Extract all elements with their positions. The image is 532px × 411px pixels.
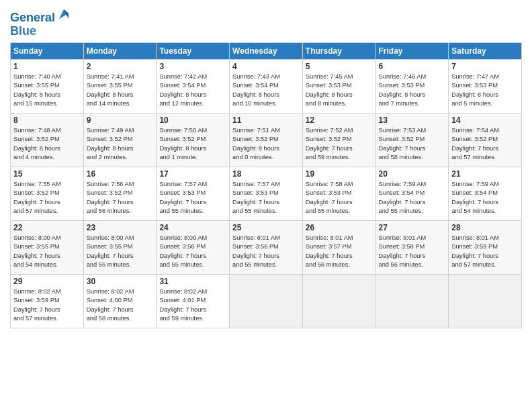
day-number: 15 bbox=[13, 169, 81, 179]
day-number: 25 bbox=[232, 223, 300, 232]
day-cell: 27Sunrise: 8:01 AMSunset: 3:58 PMDayligh… bbox=[375, 220, 449, 274]
day-info: Sunrise: 7:55 AMSunset: 3:52 PMDaylight:… bbox=[13, 180, 81, 216]
day-cell: 16Sunrise: 7:56 AMSunset: 3:52 PMDayligh… bbox=[83, 167, 157, 220]
day-info: Sunrise: 7:53 AMSunset: 3:52 PMDaylight:… bbox=[379, 126, 446, 163]
day-cell: 5Sunrise: 7:45 AMSunset: 3:53 PMDaylight… bbox=[302, 59, 375, 113]
weekday-header-friday: Friday bbox=[375, 42, 449, 59]
day-number: 18 bbox=[232, 169, 300, 179]
day-number: 26 bbox=[306, 223, 373, 232]
weekday-header-wednesday: Wednesday bbox=[230, 42, 303, 59]
day-cell: 18Sunrise: 7:57 AMSunset: 3:53 PMDayligh… bbox=[230, 167, 303, 220]
day-cell: 20Sunrise: 7:59 AMSunset: 3:54 PMDayligh… bbox=[375, 167, 449, 220]
day-cell: 8Sunrise: 7:48 AMSunset: 3:52 PMDaylight… bbox=[11, 113, 84, 167]
day-info: Sunrise: 8:02 AMSunset: 4:00 PMDaylight:… bbox=[87, 287, 154, 324]
day-number: 30 bbox=[87, 277, 154, 286]
day-cell: 12Sunrise: 7:52 AMSunset: 3:52 PMDayligh… bbox=[302, 113, 375, 167]
day-number: 27 bbox=[379, 223, 446, 232]
weekday-header-monday: Monday bbox=[83, 42, 157, 59]
weekday-header-tuesday: Tuesday bbox=[157, 42, 230, 59]
weekday-header-saturday: Saturday bbox=[449, 42, 522, 59]
day-info: Sunrise: 7:59 AMSunset: 3:54 PMDaylight:… bbox=[451, 180, 519, 216]
day-info: Sunrise: 7:43 AMSunset: 3:54 PMDaylight:… bbox=[232, 73, 300, 109]
logo-icon bbox=[56, 7, 71, 21]
day-cell: 9Sunrise: 7:49 AMSunset: 3:52 PMDaylight… bbox=[83, 113, 157, 167]
day-cell: 23Sunrise: 8:00 AMSunset: 3:55 PMDayligh… bbox=[83, 220, 157, 274]
day-info: Sunrise: 7:56 AMSunset: 3:52 PMDaylight:… bbox=[87, 180, 154, 216]
day-cell: 1Sunrise: 7:40 AMSunset: 3:55 PMDaylight… bbox=[11, 59, 84, 113]
day-number: 16 bbox=[87, 169, 154, 179]
day-cell: 31Sunrise: 8:02 AMSunset: 4:01 PMDayligh… bbox=[157, 274, 230, 328]
calendar: SundayMondayTuesdayWednesdayThursdayFrid… bbox=[10, 42, 522, 328]
day-number: 3 bbox=[159, 62, 226, 71]
day-number: 5 bbox=[306, 62, 373, 71]
day-cell: 4Sunrise: 7:43 AMSunset: 3:54 PMDaylight… bbox=[230, 59, 303, 113]
day-info: Sunrise: 7:51 AMSunset: 3:52 PMDaylight:… bbox=[232, 126, 300, 163]
day-cell: 7Sunrise: 7:47 AMSunset: 3:53 PMDaylight… bbox=[449, 59, 522, 113]
day-info: Sunrise: 8:02 AMSunset: 4:01 PMDaylight:… bbox=[159, 287, 226, 324]
day-cell: 3Sunrise: 7:42 AMSunset: 3:54 PMDaylight… bbox=[157, 59, 230, 113]
day-info: Sunrise: 8:02 AMSunset: 3:59 PMDaylight:… bbox=[13, 287, 81, 324]
day-info: Sunrise: 7:59 AMSunset: 3:54 PMDaylight:… bbox=[379, 180, 446, 216]
day-info: Sunrise: 7:54 AMSunset: 3:52 PMDaylight:… bbox=[451, 126, 519, 163]
day-info: Sunrise: 7:48 AMSunset: 3:52 PMDaylight:… bbox=[13, 126, 81, 163]
day-number: 1 bbox=[13, 62, 81, 71]
day-number: 2 bbox=[87, 62, 154, 71]
day-cell: 14Sunrise: 7:54 AMSunset: 3:52 PMDayligh… bbox=[449, 113, 522, 167]
day-cell: 28Sunrise: 8:01 AMSunset: 3:59 PMDayligh… bbox=[449, 220, 522, 274]
day-cell: 24Sunrise: 8:00 AMSunset: 3:56 PMDayligh… bbox=[157, 220, 230, 274]
day-info: Sunrise: 8:00 AMSunset: 3:55 PMDaylight:… bbox=[87, 234, 154, 270]
day-number: 4 bbox=[232, 62, 300, 71]
day-cell: 19Sunrise: 7:58 AMSunset: 3:53 PMDayligh… bbox=[302, 167, 375, 220]
weekday-header-row: SundayMondayTuesdayWednesdayThursdayFrid… bbox=[11, 42, 522, 59]
day-info: Sunrise: 7:46 AMSunset: 3:53 PMDaylight:… bbox=[379, 73, 446, 109]
day-number: 11 bbox=[232, 116, 300, 125]
day-info: Sunrise: 8:01 AMSunset: 3:58 PMDaylight:… bbox=[379, 234, 446, 270]
day-info: Sunrise: 7:45 AMSunset: 3:53 PMDaylight:… bbox=[306, 73, 373, 109]
day-number: 29 bbox=[13, 277, 81, 286]
day-cell: 2Sunrise: 7:41 AMSunset: 3:55 PMDaylight… bbox=[83, 59, 157, 113]
day-info: Sunrise: 7:50 AMSunset: 3:52 PMDaylight:… bbox=[159, 126, 226, 163]
day-cell bbox=[302, 274, 375, 328]
day-number: 7 bbox=[451, 62, 519, 71]
day-info: Sunrise: 7:57 AMSunset: 3:53 PMDaylight:… bbox=[159, 180, 226, 216]
header: GeneralBlue bbox=[10, 7, 522, 38]
day-number: 19 bbox=[306, 169, 373, 179]
day-number: 17 bbox=[159, 169, 226, 179]
day-number: 23 bbox=[87, 223, 154, 232]
day-number: 20 bbox=[379, 169, 446, 179]
day-cell: 25Sunrise: 8:01 AMSunset: 3:56 PMDayligh… bbox=[230, 220, 303, 274]
weekday-header-sunday: Sunday bbox=[11, 42, 84, 59]
day-info: Sunrise: 8:01 AMSunset: 3:56 PMDaylight:… bbox=[232, 234, 300, 270]
day-number: 14 bbox=[451, 116, 519, 125]
day-info: Sunrise: 7:42 AMSunset: 3:54 PMDaylight:… bbox=[159, 73, 226, 109]
day-cell: 21Sunrise: 7:59 AMSunset: 3:54 PMDayligh… bbox=[449, 167, 522, 220]
day-info: Sunrise: 7:58 AMSunset: 3:53 PMDaylight:… bbox=[306, 180, 373, 216]
day-info: Sunrise: 7:49 AMSunset: 3:52 PMDaylight:… bbox=[87, 126, 154, 163]
day-number: 28 bbox=[451, 223, 519, 232]
day-cell: 29Sunrise: 8:02 AMSunset: 3:59 PMDayligh… bbox=[11, 274, 84, 328]
day-number: 10 bbox=[159, 116, 226, 125]
day-cell: 15Sunrise: 7:55 AMSunset: 3:52 PMDayligh… bbox=[11, 167, 84, 220]
day-number: 9 bbox=[87, 116, 154, 125]
day-info: Sunrise: 8:00 AMSunset: 3:55 PMDaylight:… bbox=[13, 234, 81, 270]
week-row-1: 1Sunrise: 7:40 AMSunset: 3:55 PMDaylight… bbox=[11, 59, 522, 113]
week-row-3: 15Sunrise: 7:55 AMSunset: 3:52 PMDayligh… bbox=[11, 167, 522, 220]
day-number: 21 bbox=[451, 169, 519, 179]
day-cell: 22Sunrise: 8:00 AMSunset: 3:55 PMDayligh… bbox=[11, 220, 84, 274]
day-cell bbox=[230, 274, 303, 328]
week-row-5: 29Sunrise: 8:02 AMSunset: 3:59 PMDayligh… bbox=[11, 274, 522, 328]
day-cell: 13Sunrise: 7:53 AMSunset: 3:52 PMDayligh… bbox=[375, 113, 449, 167]
weekday-header-thursday: Thursday bbox=[302, 42, 375, 59]
day-number: 12 bbox=[306, 116, 373, 125]
day-cell bbox=[449, 274, 522, 328]
day-number: 24 bbox=[159, 223, 226, 232]
day-cell: 6Sunrise: 7:46 AMSunset: 3:53 PMDaylight… bbox=[375, 59, 449, 113]
day-info: Sunrise: 7:57 AMSunset: 3:53 PMDaylight:… bbox=[232, 180, 300, 216]
day-number: 8 bbox=[13, 116, 81, 125]
day-info: Sunrise: 7:40 AMSunset: 3:55 PMDaylight:… bbox=[13, 73, 81, 109]
day-cell: 17Sunrise: 7:57 AMSunset: 3:53 PMDayligh… bbox=[157, 167, 230, 220]
day-info: Sunrise: 7:47 AMSunset: 3:53 PMDaylight:… bbox=[451, 73, 519, 109]
day-info: Sunrise: 8:00 AMSunset: 3:56 PMDaylight:… bbox=[159, 234, 226, 270]
day-info: Sunrise: 7:41 AMSunset: 3:55 PMDaylight:… bbox=[87, 73, 154, 109]
day-info: Sunrise: 8:01 AMSunset: 3:59 PMDaylight:… bbox=[451, 234, 519, 270]
